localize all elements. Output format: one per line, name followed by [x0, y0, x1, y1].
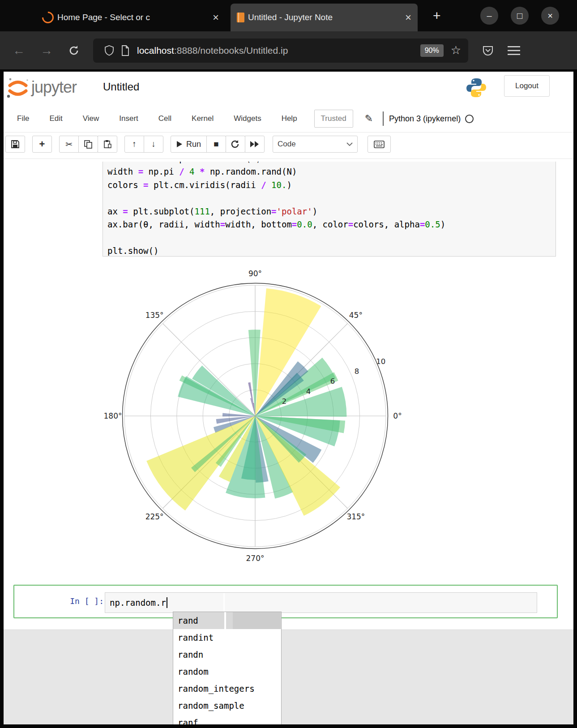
restart-run-all-button[interactable] [245, 136, 265, 153]
jupyter-page: jupyter Untitled Logout FileEditViewInse… [4, 72, 573, 724]
code-line [107, 192, 551, 205]
menu-file[interactable]: File [17, 114, 29, 123]
autocomplete-item[interactable]: randint [173, 629, 281, 646]
code-lines: width = np.pi / 4 * np.random.rand(N)col… [107, 165, 551, 257]
chevron-down-icon [346, 142, 353, 146]
autocomplete-item[interactable]: random_sample [173, 697, 281, 714]
fast-forward-icon [250, 141, 260, 148]
autocomplete-dropdown[interactable]: randrandintrandnrandomrandom_integersran… [173, 612, 282, 724]
paste-cell-button[interactable] [98, 136, 117, 153]
tab-close-icon[interactable]: × [213, 12, 219, 23]
tab-label: Untitled - Jupyter Note [248, 13, 333, 22]
code-cell-input[interactable]: radii = 10 * np.random.rand(N) width = n… [103, 162, 556, 257]
tab-fade [380, 4, 401, 31]
shield-icon[interactable] [104, 45, 115, 56]
back-button[interactable]: ← [13, 43, 25, 58]
copy-icon [84, 140, 93, 149]
add-cell-button[interactable]: + [32, 136, 52, 153]
logout-button[interactable]: Logout [504, 75, 550, 97]
copy-cell-button[interactable] [78, 136, 98, 153]
command-palette-button[interactable] [368, 136, 391, 153]
code-line: colors = plt.cm.viridis(radii / 10.) [107, 179, 551, 192]
code-line: plt.show() [107, 244, 551, 257]
floppy-icon [11, 140, 20, 149]
hamburger-menu-icon[interactable] [508, 46, 520, 56]
completion-column-divider [223, 593, 225, 612]
theta-tick-label: 90° [248, 269, 262, 278]
cell-type-select[interactable]: Code [273, 136, 358, 153]
new-tab-button[interactable]: + [433, 8, 441, 23]
kernel-name[interactable]: Python 3 (ipykernel) [389, 114, 461, 124]
autocomplete-item[interactable]: randn [173, 646, 281, 663]
completion-column-gap [224, 612, 226, 629]
maximize-button[interactable]: □ [511, 7, 529, 25]
r-tick-label: 6 [330, 377, 335, 385]
menu-help[interactable]: Help [282, 114, 297, 123]
menu-cell[interactable]: Cell [158, 114, 171, 123]
url-text[interactable]: localhost:8888/notebooks/Untitled.ip [137, 45, 288, 56]
menu-widgets[interactable]: Widgets [234, 114, 261, 123]
menu-insert[interactable]: Insert [119, 114, 138, 123]
browser-tab-home[interactable]: Home Page - Select or c × [36, 4, 225, 30]
menu-kernel[interactable]: Kernel [192, 114, 214, 123]
theta-tick-label: 180° [104, 411, 122, 420]
bookmark-star-icon[interactable]: ☆ [451, 43, 461, 57]
menubar: FileEditViewInsertCellKernelWidgetsHelp … [4, 105, 573, 133]
autocomplete-item[interactable]: random [173, 663, 281, 680]
pocket-icon[interactable] [482, 44, 494, 57]
minimize-button[interactable]: – [480, 7, 498, 25]
notebook-book-icon [237, 13, 244, 22]
browser-window: { "browser": { "tabs": [ {"label": "Home… [0, 0, 577, 728]
browser-titlebar: Home Page - Select or c × Untitled - Jup… [0, 0, 577, 31]
theta-tick-label: 225° [145, 512, 164, 521]
cell-code-input[interactable]: np.random.r [105, 592, 537, 613]
r-tick-label: 8 [355, 367, 359, 376]
browser-tab-untitled[interactable]: Untitled - Jupyter Note × [231, 4, 418, 31]
restart-kernel-button[interactable] [226, 136, 245, 153]
polar-chart-output: 2468100°45°90°135°180°225°270°315° [103, 263, 407, 576]
selected-empty-cell[interactable]: In [ ]: np.random.r [13, 585, 558, 618]
close-button[interactable]: × [541, 7, 559, 25]
url-bar[interactable]: localhost:8888/notebooks/Untitled.ip 90%… [93, 39, 468, 63]
menu-edit[interactable]: Edit [49, 114, 62, 123]
tab-close-icon[interactable]: × [405, 12, 411, 23]
jupyter-ring-icon [40, 9, 56, 26]
forward-button[interactable]: → [40, 43, 53, 58]
jupyter-logo-icon[interactable] [6, 76, 30, 100]
cut-cell-button[interactable]: ✂ [59, 136, 79, 153]
autocomplete-item[interactable]: rand [173, 612, 281, 629]
play-icon [176, 141, 183, 148]
clipped-code-line: radii = 10 * np.random.rand(N) [107, 162, 551, 165]
move-cell-down-button[interactable]: ↓ [144, 136, 163, 153]
trusted-badge: Trusted [314, 110, 353, 128]
divider [383, 111, 384, 126]
interrupt-kernel-button[interactable]: ■ [206, 136, 226, 153]
move-cell-up-button[interactable]: ↑ [124, 136, 144, 153]
restart-icon [231, 140, 240, 149]
save-button[interactable] [5, 136, 25, 153]
completion-selected-shade [233, 612, 281, 629]
theta-tick-label: 315° [346, 512, 365, 521]
notebook-area[interactable]: radii = 10 * np.random.rand(N) width = n… [4, 159, 573, 724]
r-tick-label: 4 [306, 387, 311, 396]
menu-view[interactable]: View [83, 114, 99, 123]
refresh-icon[interactable] [68, 45, 80, 56]
run-label: Run [186, 140, 201, 149]
tab-fade [188, 4, 208, 30]
cell-type-value: Code [278, 140, 296, 149]
zoom-level-badge[interactable]: 90% [420, 44, 444, 57]
window-controls: – □ × [480, 7, 559, 25]
r-tick-label: 2 [282, 397, 287, 406]
typed-code: np.random.r [110, 598, 166, 608]
url-host: localhost [137, 45, 174, 56]
jupyter-logo-text[interactable]: jupyter [31, 78, 77, 97]
notebook-title[interactable]: Untitled [103, 81, 139, 93]
autocomplete-item[interactable]: ranf [173, 714, 281, 724]
notebook-end-space[interactable] [4, 630, 573, 724]
run-button[interactable]: Run [171, 136, 207, 153]
page-icon[interactable] [121, 45, 130, 56]
notebook-toolbar: + ✂ ↑ ↓ Run ■ [4, 133, 573, 159]
autocomplete-item[interactable]: random_integers [173, 680, 281, 697]
theta-tick-label: 270° [246, 554, 265, 563]
jupyter-header: jupyter Untitled Logout [4, 72, 573, 105]
